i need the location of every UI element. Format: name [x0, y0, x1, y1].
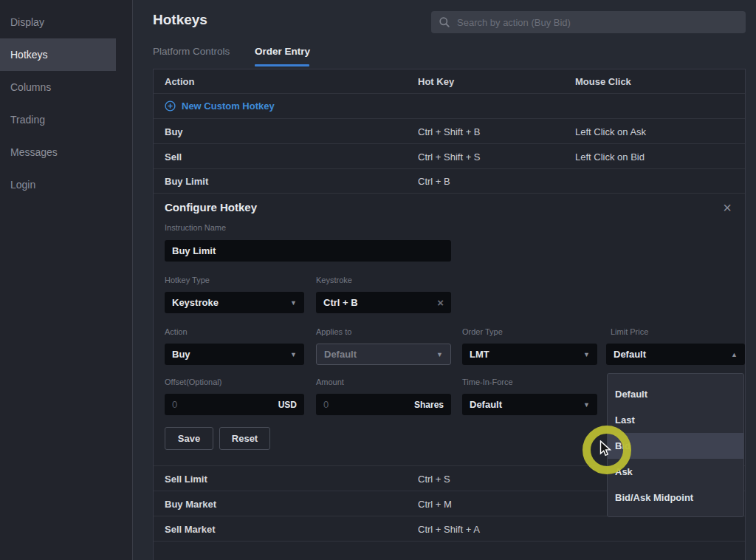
order-type-label: Order Type — [462, 327, 503, 336]
column-header-hotkey: Hot Key — [418, 76, 454, 87]
limit-price-value: Default — [614, 349, 646, 360]
search-icon — [439, 16, 450, 28]
mouse-cursor — [599, 440, 616, 458]
offset-unit: USD — [278, 400, 297, 410]
applies-to-value: Default — [324, 349, 357, 360]
amount-label: Amount — [316, 378, 344, 386]
clear-keystroke-icon[interactable]: × — [437, 296, 444, 309]
menu-item-bid-ask-midpoint[interactable]: Bid/Ask Midpoint — [608, 485, 743, 511]
column-header-mouse-click: Mouse Click — [575, 76, 631, 87]
instruction-name-value: Buy Limit — [172, 245, 216, 256]
reset-button[interactable]: Reset — [219, 427, 270, 450]
settings-sidebar: Display Hotkeys Columns Trading Messages… — [0, 0, 133, 560]
offset-label: Offset(Optional) — [165, 378, 221, 386]
amount-input[interactable] — [323, 399, 410, 410]
settings-window: Display Hotkeys Columns Trading Messages… — [0, 0, 756, 560]
menu-item-ask[interactable]: Ask — [608, 459, 743, 485]
table-row-empty — [154, 542, 745, 560]
row-action: Sell — [165, 151, 182, 162]
row-hotkey: Ctrl + Shift + B — [418, 126, 481, 137]
table-row[interactable]: Buy Ctrl + Shift + B Left Click on Ask — [154, 119, 745, 144]
row-action: Buy Limit — [165, 176, 208, 187]
offset-input[interactable] — [172, 399, 274, 410]
chevron-down-icon: ▼ — [436, 351, 443, 358]
column-header-action: Action — [165, 76, 194, 87]
applies-to-label: Applies to — [316, 327, 351, 336]
row-hotkey: Ctrl + Shift + A — [418, 523, 480, 534]
row-hotkey: Ctrl + Shift + S — [418, 151, 481, 162]
row-action: Sell Limit — [165, 473, 207, 484]
table-row[interactable]: Buy Limit Ctrl + B — [154, 169, 745, 194]
row-hotkey: Ctrl + M — [418, 498, 452, 509]
menu-item-last[interactable]: Last — [608, 407, 743, 433]
chevron-down-icon: ▼ — [290, 351, 297, 358]
tab-platform-controls[interactable]: Platform Controls — [153, 46, 230, 57]
sidebar-item-label: Messages — [10, 146, 58, 158]
page-title: Hotkeys — [153, 12, 207, 28]
sidebar-item-messages[interactable]: Messages — [0, 136, 116, 168]
instruction-name-field[interactable]: Buy Limit — [165, 240, 451, 262]
new-custom-hotkey-label: New Custom Hotkey — [182, 100, 275, 112]
row-mouse-click: Left Click on Bid — [575, 151, 645, 162]
chevron-down-icon: ▼ — [290, 299, 297, 307]
close-icon[interactable]: × — [723, 198, 732, 217]
offset-field[interactable]: USD — [165, 394, 304, 415]
new-custom-hotkey-button[interactable]: New Custom Hotkey — [154, 94, 745, 119]
action-dropdown[interactable]: Buy ▼ — [165, 344, 304, 365]
keystroke-label: Keystroke — [316, 276, 352, 284]
amount-unit: Shares — [414, 400, 444, 410]
time-in-force-value: Default — [470, 399, 502, 410]
limit-price-label: Limit Price — [611, 327, 648, 336]
keystroke-value: Ctrl + B — [323, 297, 358, 308]
search-box[interactable] — [431, 11, 746, 33]
row-mouse-click: Left Click on Ask — [575, 126, 646, 137]
action-value: Buy — [172, 349, 190, 360]
order-type-value: LMT — [470, 349, 489, 360]
chevron-down-icon: ▼ — [583, 401, 590, 409]
time-in-force-dropdown[interactable]: Default ▼ — [462, 394, 597, 415]
sidebar-item-hotkeys[interactable]: Hotkeys — [0, 38, 116, 71]
plus-circle-icon — [165, 100, 176, 112]
hotkey-type-dropdown[interactable]: Keystroke ▼ — [165, 292, 304, 313]
sidebar-item-label: Login — [10, 179, 35, 191]
hotkey-type-value: Keystroke — [172, 297, 219, 308]
sidebar-item-login[interactable]: Login — [0, 168, 116, 201]
limit-price-dropdown[interactable]: Default ▲ — [606, 344, 745, 365]
table-header-row: Action Hot Key Mouse Click — [154, 69, 745, 94]
hotkey-type-label: Hotkey Type — [165, 276, 210, 284]
row-hotkey: Ctrl + B — [418, 176, 450, 187]
active-tab-underline — [255, 64, 309, 66]
table-row[interactable]: Sell Ctrl + Shift + S Left Click on Bid — [154, 144, 745, 169]
menu-item-default[interactable]: Default — [608, 381, 743, 407]
sidebar-item-label: Columns — [10, 81, 51, 93]
amount-field[interactable]: Shares — [316, 394, 451, 415]
sidebar-item-label: Display — [10, 16, 44, 28]
tab-order-entry[interactable]: Order Entry — [255, 46, 310, 57]
applies-to-dropdown[interactable]: Default ▼ — [316, 344, 451, 365]
row-action: Sell Market — [165, 523, 216, 534]
row-action: Buy — [165, 126, 183, 137]
save-button[interactable]: Save — [165, 427, 213, 450]
row-hotkey: Ctrl + S — [418, 473, 450, 484]
chevron-up-icon: ▲ — [731, 351, 738, 358]
sidebar-item-trading[interactable]: Trading — [0, 103, 116, 136]
sidebar-item-label: Hotkeys — [10, 49, 48, 61]
sidebar-item-label: Trading — [10, 114, 45, 126]
row-action: Buy Market — [165, 498, 216, 509]
table-row[interactable]: Sell Market Ctrl + Shift + A — [154, 516, 745, 542]
action-label: Action — [165, 327, 188, 336]
chevron-down-icon: ▼ — [583, 351, 590, 358]
keystroke-field[interactable]: Ctrl + B × — [316, 292, 451, 313]
sidebar-item-display[interactable]: Display — [0, 6, 116, 38]
search-input[interactable] — [457, 17, 738, 28]
order-type-dropdown[interactable]: LMT ▼ — [462, 344, 597, 365]
instruction-name-label: Instruction Name — [165, 223, 226, 232]
configure-hotkey-title: Configure Hotkey — [165, 201, 257, 214]
sidebar-item-columns[interactable]: Columns — [0, 71, 116, 103]
time-in-force-label: Time-In-Force — [462, 378, 513, 386]
